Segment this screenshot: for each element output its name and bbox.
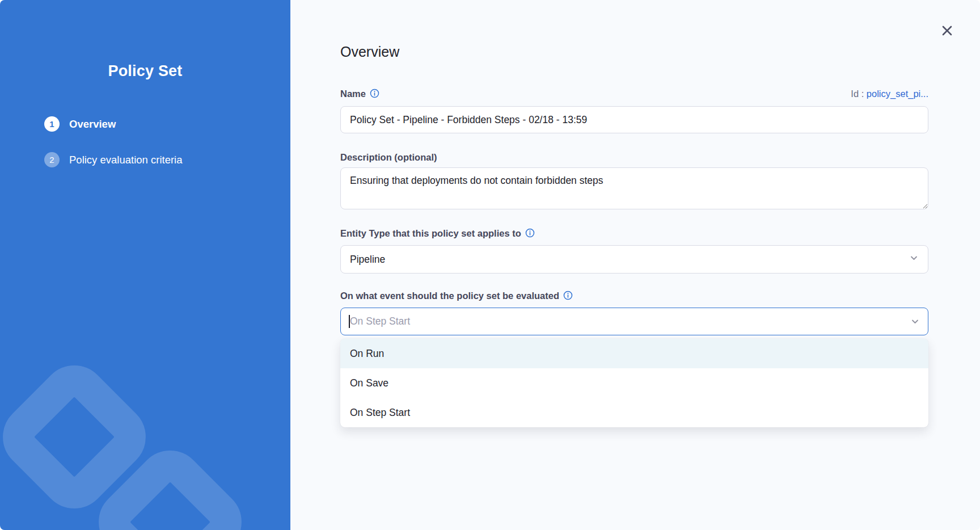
wizard-steps: 1 Overview 2 Policy evaluation criteria <box>44 116 290 167</box>
event-options-menu: On Run On Save On Step Start <box>340 339 928 427</box>
step-number-badge: 1 <box>44 116 60 132</box>
step-policy-evaluation-criteria[interactable]: 2 Policy evaluation criteria <box>44 152 290 167</box>
event-combobox <box>340 308 928 335</box>
name-input[interactable] <box>340 106 928 133</box>
step-label: Policy evaluation criteria <box>69 154 182 166</box>
text-cursor <box>349 315 350 328</box>
entity-type-select[interactable]: Pipeline <box>340 245 928 274</box>
entity-id: Id : policy_set_pi... <box>851 89 928 99</box>
page-title: Overview <box>340 43 928 60</box>
option-on-run[interactable]: On Run <box>340 339 928 368</box>
name-label-row: Name Id : policy_set_pi... <box>340 87 928 100</box>
wizard-sidebar: Policy Set 1 Overview 2 Policy evaluatio… <box>0 0 290 530</box>
step-overview[interactable]: 1 Overview <box>44 116 290 132</box>
overview-step-panel: Overview Name Id : policy_set_pi... Desc… <box>290 0 980 530</box>
event-field-label: On what event should the policy set be e… <box>340 291 573 301</box>
info-icon[interactable] <box>370 89 379 98</box>
wizard-title: Policy Set <box>0 62 290 80</box>
info-icon[interactable] <box>525 228 535 238</box>
option-on-step-start[interactable]: On Step Start <box>340 398 928 427</box>
entity-id-link[interactable]: policy_set_pi... <box>867 89 928 99</box>
option-on-save[interactable]: On Save <box>340 368 928 398</box>
step-label: Overview <box>69 118 116 131</box>
step-number-badge: 2 <box>44 152 60 167</box>
entity-type-label-row: Entity Type that this policy set applies… <box>340 227 928 239</box>
close-icon[interactable] <box>939 23 955 39</box>
description-field-label: Description (optional) <box>340 152 437 163</box>
description-label-row: Description (optional) <box>340 151 928 163</box>
name-field-label: Name <box>340 89 379 99</box>
event-label-row: On what event should the policy set be e… <box>340 289 928 302</box>
info-icon[interactable] <box>563 291 573 300</box>
entity-type-field-label: Entity Type that this policy set applies… <box>340 228 535 239</box>
entity-type-selected-value: Pipeline <box>350 254 385 266</box>
event-input[interactable] <box>340 308 928 335</box>
chevron-down-icon <box>909 253 919 266</box>
description-textarea[interactable]: Ensuring that deployments do not contain… <box>340 167 928 209</box>
policy-set-modal: Policy Set 1 Overview 2 Policy evaluatio… <box>0 0 980 530</box>
